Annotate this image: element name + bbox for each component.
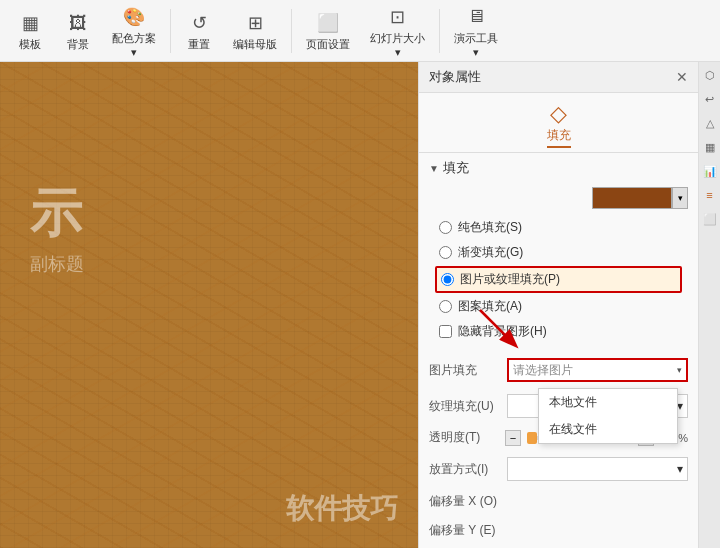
- properties-panel: 对象属性 ✕ ◇ 填充 ▼ 填充 ▾ 纯色填充(S): [418, 62, 698, 548]
- present-tools-icon: 🖥: [462, 3, 490, 31]
- texture-fill-label: 纹理填充(U): [429, 398, 499, 415]
- toolbar-reset[interactable]: ↺ 重置: [177, 5, 221, 56]
- panel-close-button[interactable]: ✕: [676, 69, 688, 85]
- panel-title: 对象属性: [429, 68, 481, 86]
- toolbar-template[interactable]: ▦ 模板: [8, 5, 52, 56]
- toolbar: ▦ 模板 🖼 背景 🎨 配色方案▾ ↺ 重置 ⊞ 编辑母版 ⬜ 页面设置 ⊡ 幻…: [0, 0, 720, 62]
- slide-watermark: 软件技巧: [286, 490, 398, 528]
- toolbar-page-setup[interactable]: ⬜ 页面设置: [298, 5, 358, 56]
- section-arrow: ▼: [429, 163, 439, 174]
- slide-subtitle: 副标题: [30, 252, 84, 276]
- main-area: 示 副标题 软件技巧 对象属性 ✕ ◇ 填充 ▼ 填充 ▾: [0, 62, 720, 548]
- toolbar-slide-size[interactable]: ⊡ 幻灯片大小▾: [362, 0, 433, 63]
- sidebar-icon-4[interactable]: ▦: [701, 138, 719, 156]
- toolbar-divider-2: [291, 9, 292, 53]
- local-file-option[interactable]: 本地文件: [539, 389, 677, 416]
- panel-header: 对象属性 ✕: [419, 62, 698, 93]
- panel-body: ▼ 填充 ▾ 纯色填充(S) 渐变填充(G) 图片或纹理填充(P): [419, 153, 698, 548]
- transparency-thumb[interactable]: [527, 432, 537, 444]
- fill-section-label: 填充: [443, 159, 469, 177]
- picture-fill-radio[interactable]: [441, 273, 454, 286]
- hide-bg-checkbox[interactable]: [439, 325, 452, 338]
- template-icon: ▦: [16, 9, 44, 37]
- transparency-label: 透明度(T): [429, 429, 499, 446]
- leather-texture: [0, 62, 418, 548]
- offset-y-label: 偏移量 Y (E): [429, 522, 499, 539]
- color-scheme-icon: 🎨: [120, 3, 148, 31]
- color-preview-box[interactable]: [592, 187, 672, 209]
- picture-fill-dropdown-arrow: ▾: [677, 365, 682, 375]
- offset-y-row: 偏移量 Y (E): [419, 516, 698, 545]
- color-dropdown-arrow[interactable]: ▾: [672, 187, 688, 209]
- solid-fill-radio[interactable]: [439, 221, 452, 234]
- reset-icon: ↺: [185, 9, 213, 37]
- gradient-fill-label: 渐变填充(G): [458, 244, 523, 261]
- hide-bg-label: 隐藏背景图形(H): [458, 323, 547, 340]
- sidebar-icon-7[interactable]: ⬜: [701, 210, 719, 228]
- picture-fill-option[interactable]: 图片或纹理填充(P): [435, 266, 682, 293]
- fill-tab-icon: ◇: [550, 101, 567, 127]
- pattern-fill-option[interactable]: 图案填充(A): [419, 294, 698, 319]
- placement-row: 放置方式(I) ▾: [419, 451, 698, 487]
- transparency-minus[interactable]: －: [505, 430, 521, 446]
- pattern-fill-label: 图案填充(A): [458, 298, 522, 315]
- placement-label: 放置方式(I): [429, 461, 499, 478]
- slide-text-area: 示 副标题: [30, 182, 84, 276]
- placement-select[interactable]: ▾: [507, 457, 688, 481]
- sidebar-icon-5[interactable]: 📊: [701, 162, 719, 180]
- fill-tab-label[interactable]: 填充: [547, 127, 571, 148]
- edit-master-icon: ⊞: [241, 9, 269, 37]
- picture-fill-placeholder: 请选择图片: [513, 362, 573, 379]
- sidebar-icon-6[interactable]: ≡: [701, 186, 719, 204]
- picture-fill-label: 图片或纹理填充(P): [460, 271, 560, 288]
- sidebar-icon-1[interactable]: ⬡: [701, 66, 719, 84]
- toolbar-color-scheme[interactable]: 🎨 配色方案▾: [104, 0, 164, 63]
- sidebar-icon-2[interactable]: ↩: [701, 90, 719, 108]
- solid-fill-option[interactable]: 纯色填充(S): [419, 215, 698, 240]
- pattern-fill-radio[interactable]: [439, 300, 452, 313]
- picture-fill-row-label: 图片填充: [429, 362, 499, 379]
- offset-x-row: 偏移量 X (O): [419, 487, 698, 516]
- hide-bg-option[interactable]: 隐藏背景图形(H): [419, 319, 698, 344]
- right-sidebar: ⬡ ↩ △ ▦ 📊 ≡ ⬜: [698, 62, 720, 548]
- online-file-option[interactable]: 在线文件: [539, 416, 677, 443]
- toolbar-divider-3: [439, 9, 440, 53]
- sidebar-icon-3[interactable]: △: [701, 114, 719, 132]
- toolbar-background[interactable]: 🖼 背景: [56, 5, 100, 56]
- toolbar-edit-master[interactable]: ⊞ 编辑母版: [225, 5, 285, 56]
- picture-fill-select[interactable]: 请选择图片 ▾: [507, 358, 688, 382]
- picture-fill-row: 图片填充 请选择图片 ▾ 本地文件 在线文件: [419, 352, 698, 388]
- fill-section-header[interactable]: ▼ 填充: [419, 153, 698, 183]
- panel-tabs: ◇ 填充: [419, 93, 698, 153]
- offset-x-label: 偏移量 X (O): [429, 493, 499, 510]
- page-setup-icon: ⬜: [314, 9, 342, 37]
- gradient-fill-radio[interactable]: [439, 246, 452, 259]
- solid-fill-label: 纯色填充(S): [458, 219, 522, 236]
- picture-fill-dropdown: 本地文件 在线文件: [538, 388, 678, 444]
- slide-title: 示: [30, 182, 84, 244]
- toolbar-divider-1: [170, 9, 171, 53]
- color-preview-row: ▾: [419, 183, 698, 215]
- toolbar-present-tools[interactable]: 🖥 演示工具▾: [446, 0, 506, 63]
- picture-fill-control: 请选择图片 ▾ 本地文件 在线文件: [507, 358, 688, 382]
- gradient-fill-option[interactable]: 渐变填充(G): [419, 240, 698, 265]
- background-icon: 🖼: [64, 9, 92, 37]
- slide-canvas[interactable]: 示 副标题 软件技巧: [0, 62, 418, 548]
- slide-size-icon: ⊡: [384, 3, 412, 31]
